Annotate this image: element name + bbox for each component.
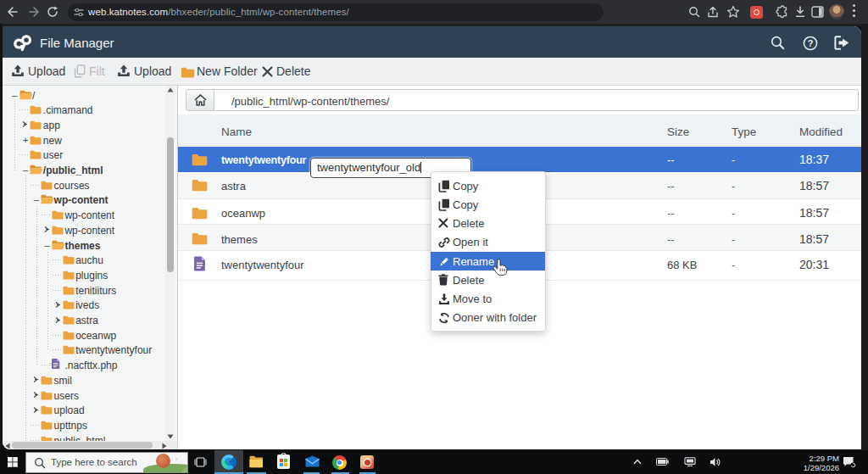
svg-text:?: ? — [808, 38, 814, 48]
